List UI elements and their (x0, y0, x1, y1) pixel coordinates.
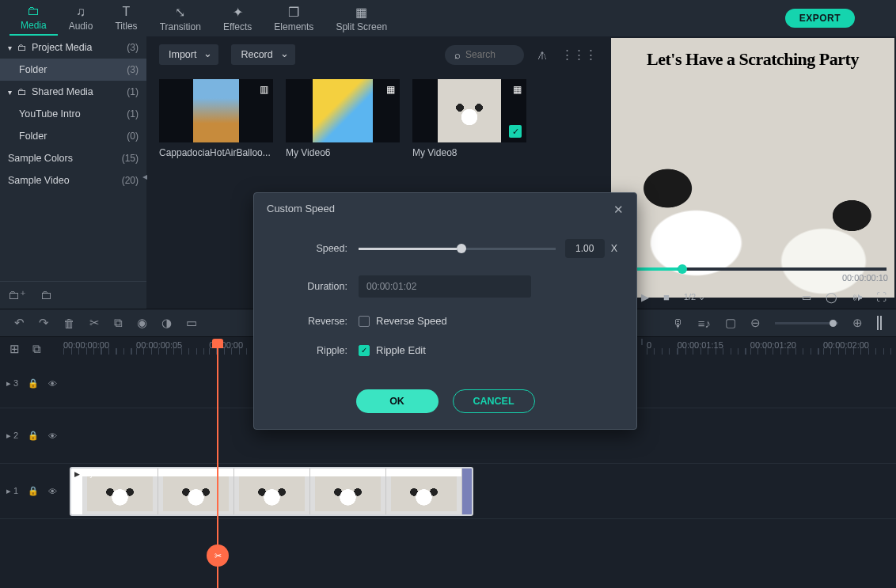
preview-timecode: 00:00:00:10 (842, 273, 888, 283)
elements-icon: ❐ (288, 5, 299, 20)
nav-effects[interactable]: ✦Effects (212, 2, 263, 36)
zoom-slider[interactable] (775, 322, 838, 324)
quality-icon[interactable]: ▭ (802, 291, 811, 303)
marker-icon[interactable]: ▢ (725, 316, 736, 330)
search-box[interactable]: ⌕ (445, 45, 524, 65)
duration-label: Duration: (294, 281, 359, 292)
ok-button[interactable]: OK (356, 389, 439, 413)
track-height-icon[interactable] (877, 316, 882, 330)
lock-icon[interactable]: 🔒 (28, 378, 39, 389)
track-body[interactable]: ▶ My Video8 (63, 464, 896, 518)
chevron-down-icon: ▾ (8, 88, 17, 97)
fullscreen-icon[interactable]: ⛶ (876, 291, 887, 303)
volume-icon[interactable]: 🕪 (852, 291, 862, 303)
undo-icon[interactable]: ↶ (14, 316, 25, 330)
redo-icon[interactable]: ↷ (39, 316, 49, 330)
dialog-title: Custom Speed (267, 203, 335, 217)
color-icon[interactable]: ◑ (161, 316, 172, 330)
link-icon[interactable]: ⧉ (32, 342, 41, 356)
timeline-clip[interactable]: ▶ My Video8 (70, 467, 473, 516)
reverse-text: Reverse Speed (376, 315, 447, 327)
sidebar: ▾🗀Project Media(3) Folder(3) ▾🗀Shared Me… (0, 36, 146, 309)
nav-audio[interactable]: ♫Audio (58, 2, 104, 35)
export-button[interactable]: EXPORT (785, 9, 855, 28)
green-screen-icon[interactable]: ▭ (186, 316, 197, 330)
sidebar-item-shared-media[interactable]: ▾🗀Shared Media(1) (0, 81, 146, 103)
sidebar-item-project-media[interactable]: ▾🗀Project Media(3) (0, 36, 146, 59)
add-folder-icon[interactable]: 🗀⁺ (8, 288, 26, 302)
sidebar-item-youtube-intro[interactable]: YouTube Intro(1) (0, 103, 146, 125)
preview-frame: Let's Have a Scratching Party (611, 38, 894, 298)
nav-transition[interactable]: ⤡Transition (149, 2, 212, 36)
zoom-out-icon[interactable]: ⊖ (750, 316, 761, 330)
close-icon[interactable]: ✕ (613, 203, 624, 217)
audio-icon: ♫ (76, 5, 85, 19)
lock-icon[interactable]: 🔒 (28, 486, 39, 496)
effects-icon: ✦ (233, 5, 243, 20)
scissor-icon[interactable]: ✂ (207, 544, 229, 567)
speed-value-input[interactable]: 1.00 (565, 239, 605, 258)
sidebar-item-folder-2[interactable]: Folder(0) (0, 125, 146, 147)
ripple-label: Ripple: (294, 345, 359, 356)
clip-label: My Video8 (84, 470, 117, 478)
lock-icon[interactable]: 🔒 (28, 431, 39, 441)
eye-icon[interactable]: 👁 (48, 431, 57, 441)
audio-mixer-icon[interactable]: ≡♪ (698, 317, 711, 330)
grid-view-icon[interactable]: ⋮⋮⋮ (561, 47, 597, 62)
preview-scale-dropdown[interactable]: 1/2 ⌄ (684, 292, 705, 302)
sidebar-item-folder[interactable]: Folder(3) (0, 59, 146, 81)
transition-icon: ⤡ (175, 5, 185, 20)
collapse-sidebar-icon[interactable]: ◂ (142, 171, 147, 182)
stop-icon[interactable]: ■ (663, 291, 670, 303)
nav-elements[interactable]: ❐Elements (263, 2, 325, 36)
cancel-button[interactable]: CANCEL (453, 389, 535, 413)
open-folder-icon[interactable]: 🗀 (40, 288, 52, 302)
folder-icon: 🗀 (27, 4, 40, 18)
reverse-label: Reverse: (294, 316, 359, 327)
folder-icon: 🗀 (17, 86, 27, 97)
speed-label: Speed: (294, 243, 359, 254)
filter-icon[interactable]: ⩚ (537, 48, 549, 62)
video-type-icon: ▦ (386, 84, 395, 95)
import-dropdown[interactable]: Import (159, 44, 218, 65)
eye-icon[interactable]: 👁 (48, 487, 57, 496)
nav-label: Media (21, 20, 47, 31)
sidebar-item-sample-video[interactable]: Sample Video(20) (0, 169, 146, 192)
media-item[interactable]: ▦✓ My Video8 (412, 79, 526, 158)
track-label: ▸ 1 (6, 486, 18, 496)
play-icon[interactable]: ▶ (641, 291, 649, 303)
custom-speed-dialog: Custom Speed✕ Speed: 1.00 X Duration: 00… (253, 192, 637, 430)
playhead[interactable]: ✂ (218, 339, 223, 588)
voiceover-icon[interactable]: 🎙 (672, 317, 684, 330)
speed-slider[interactable] (359, 248, 556, 250)
zoom-in-icon[interactable]: ⊕ (852, 316, 863, 330)
nav-media[interactable]: 🗀Media (9, 1, 58, 36)
image-type-icon: ▥ (260, 84, 268, 95)
snapshot-icon[interactable]: ◯ (826, 291, 837, 303)
record-dropdown[interactable]: Record (231, 44, 294, 65)
nav-label: Elements (274, 21, 313, 32)
search-input[interactable] (465, 49, 513, 60)
speed-unit: X (611, 243, 617, 254)
eye-icon[interactable]: 👁 (48, 379, 57, 389)
nav-label: Audio (69, 21, 93, 32)
video-type-icon: ▦ (513, 84, 522, 95)
media-item[interactable]: ▦ My Video6 (286, 79, 400, 158)
sidebar-item-sample-colors[interactable]: Sample Colors(15) (0, 147, 146, 169)
track: ▸ 1🔒👁 ▶ My Video8 (0, 464, 896, 519)
media-item[interactable]: ▥ CappadociaHotAirBalloo... (159, 79, 273, 158)
split-icon[interactable]: ✂ (89, 316, 100, 330)
nav-split-screen[interactable]: ▦Split Screen (325, 2, 398, 36)
preview-scrubber[interactable] (619, 267, 887, 271)
duration-input[interactable]: 00:00:01:02 (359, 275, 531, 298)
reverse-checkbox[interactable] (359, 316, 370, 327)
folder-icon: 🗀 (17, 42, 27, 53)
add-track-icon[interactable]: ⊞ (9, 342, 20, 356)
speed-icon[interactable]: ◉ (137, 316, 147, 330)
track-label: ▸ 3 (6, 378, 18, 389)
ripple-checkbox[interactable]: ✓ (359, 345, 370, 356)
titles-icon: T (123, 5, 131, 19)
nav-titles[interactable]: TTitles (104, 2, 148, 35)
crop-icon[interactable]: ⧉ (114, 316, 123, 330)
delete-icon[interactable]: 🗑 (63, 317, 75, 330)
